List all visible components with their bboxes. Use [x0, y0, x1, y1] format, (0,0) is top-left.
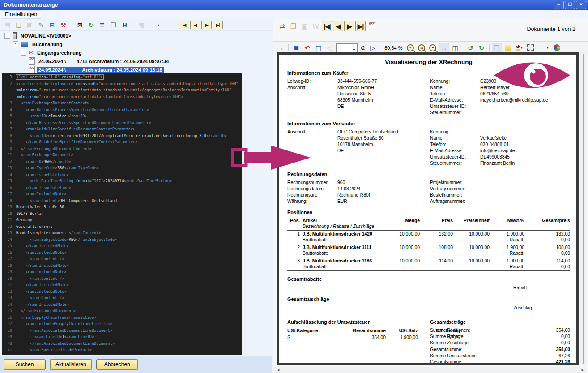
copy-pages-icon[interactable]: ❐ [288, 21, 298, 31]
total-row: Gesamtsumme:421,26 [430, 359, 570, 365]
field-row: Währung:EUR [287, 198, 430, 205]
position-price: 108,00 [422, 244, 453, 250]
spacer [287, 223, 300, 229]
save-pages-icon[interactable]: H [119, 20, 130, 30]
scroll-left-icon[interactable]: ◄ [277, 368, 280, 372]
tree-item-label: 24.05.2024 \ 4711 Archivdatum : 24.05.20… [37, 58, 170, 64]
code-line-text: <ram:IncludedNote> [16, 269, 242, 275]
field-row: Steuernummer:Finanzamt Berlin [430, 160, 570, 167]
tree-expander-icon[interactable]: - [13, 41, 18, 47]
maximize-button[interactable]: ❒ [565, 1, 575, 9]
zoom-out-icon-label: − [409, 46, 411, 49]
tree-item[interactable]: -NOVALINE <IV10001> [3, 31, 170, 40]
line-number: 19 [2, 204, 16, 210]
position-price: 132,00 [422, 231, 453, 237]
save-icon: ▣ [299, 21, 310, 31]
list-icon[interactable]: ≣ [97, 20, 107, 30]
image-icon: ▦ [136, 20, 146, 30]
search-button[interactable]: Suchen [4, 359, 45, 370]
scroll-right-icon[interactable]: ► [581, 368, 584, 372]
total-discount-label: Rabatt: [513, 284, 570, 292]
vat-cell: S [287, 334, 339, 341]
next-doc-icon[interactable]: ▶ [201, 21, 212, 29]
transfer-icon[interactable]: ⇄ [277, 21, 287, 31]
position-price-unit: 10.000,00 [456, 244, 490, 250]
field-row: Name:Herbert Mayer [430, 85, 570, 91]
code-line: 11 <rsm:ExchangedDocument> [2, 152, 242, 159]
first-doc-icon[interactable]: |◀ [322, 21, 332, 31]
delete-icon[interactable]: ⊠ [75, 20, 85, 30]
code-line: 22Geschäftsführer: [2, 223, 242, 230]
vat-heading: Aufschlüsselung der Umsatzsteuer [287, 319, 430, 325]
tree-expander-icon[interactable]: - [4, 33, 10, 39]
code-line: 41 <ram:SpecifiedTradeProduct> [2, 347, 242, 353]
tools-icon[interactable]: ⚒ [58, 20, 68, 30]
cancel-button[interactable]: Abbrechen [97, 359, 138, 370]
vertical-scrollbar[interactable] [580, 52, 586, 365]
position-total: 132,00 [527, 231, 570, 237]
zoom-100-icon-glass: 1:1 [418, 44, 425, 51]
line-number: 32 [2, 288, 16, 295]
tree-item[interactable]: DOC24.05.2024 \ 4711 Archivdatum : 24.05… [3, 57, 170, 65]
code-line-text: <udt:DateTimeString format="102">2024031… [16, 178, 242, 184]
total-row: Summe Rabatte:0,00 [430, 334, 570, 340]
line-number: 36 [2, 314, 16, 321]
code-line-text: 10178 Berlin [16, 210, 242, 217]
refresh-button[interactable]: Aktualisieren [50, 359, 92, 370]
last-doc-icon[interactable]: ▶| [355, 21, 366, 31]
table-rule [287, 244, 570, 244]
code-line-text: <rsm:ExchangedDocument> [16, 152, 242, 159]
total-label: Gesamtsumme: [430, 359, 463, 365]
mail-icon: ✉ [29, 50, 34, 56]
invoice-page: Visualisierung der XRechnung Information… [277, 52, 579, 365]
first-doc-icon[interactable]: |◀ [179, 21, 189, 29]
field-value: mayer.herbert@mikrochip.sap.de [480, 97, 548, 103]
vat-breakdown: Aufschlüsselung der Umsatzsteuer USt-Kat… [287, 314, 430, 365]
invoice-data-heading: Rechnungsdaten [287, 171, 570, 177]
tree-item[interactable]: -Buchhaltung [3, 40, 170, 48]
code-line-text: </ram:AssociatedDocumentLineDocument> [16, 340, 242, 347]
next-doc-icon[interactable]: ▶ [344, 21, 354, 31]
minimize-button[interactable]: ─ [554, 1, 564, 9]
doc-icon: DOC [29, 57, 35, 65]
edit-note-icon[interactable]: ✎ [36, 20, 46, 30]
code-line-text: <ram:Content>OEC Computers Deutschland [16, 197, 242, 204]
field-value: Verkaufsleiter [480, 135, 508, 141]
horizontal-scrollbar[interactable]: ◄ ► [275, 367, 586, 373]
close-button[interactable]: ✕ [576, 1, 586, 9]
prev-doc-icon[interactable]: ◀ [190, 21, 200, 29]
col-header: Gesamtpreis [527, 218, 570, 223]
last-doc-icon[interactable]: ▶| [213, 21, 223, 29]
palette-icon-glyph [554, 44, 560, 51]
position-rabatt-value: 0,00 [527, 250, 570, 256]
table-icon[interactable]: ⊞ [47, 20, 57, 30]
line-number: 21 [2, 217, 16, 223]
tree-item[interactable]: -✉Eingangsrechnung [3, 48, 170, 57]
title-bar[interactable]: Dokumentenanzeige ─❒✕ [0, 0, 588, 10]
code-line-text: </ram:IncludedNote> [16, 282, 242, 288]
total-surcharge-label: Zuschlag: [513, 304, 570, 312]
doc-view-icon[interactable]: DOC [366, 21, 377, 31]
copy-doc-icon[interactable]: ❐ [108, 20, 119, 30]
spacer [287, 250, 300, 256]
total-row: Summe Zuschläge:0,00 [430, 340, 570, 346]
refresh-icon[interactable]: ↻ [86, 20, 96, 30]
summary-section: Aufschlüsselung der Umsatzsteuer USt-Kat… [287, 314, 570, 365]
prev-doc-icon[interactable]: ◀ [333, 21, 343, 31]
total-value: 354,00 [556, 347, 571, 353]
line-number: 18 [2, 197, 16, 204]
history-icon[interactable]: ◔ [153, 20, 163, 30]
invoice-data-right: Projektnummer:Vertragsnummer:Bestellnumm… [430, 180, 570, 205]
total-value: 354,00 [556, 327, 571, 334]
page-number-input[interactable] [336, 43, 358, 52]
chevron-down-icon: ▾ [521, 46, 523, 50]
line-number: 6 [2, 120, 16, 126]
tree-expander-icon[interactable]: - [21, 50, 26, 56]
menu-einstellungen[interactable]: Einstellungen [1, 10, 41, 19]
xml-editor[interactable]: 1<?xml version="1.0" encoding="utf 8"?>2… [2, 73, 242, 355]
code-line-text: Handelsregisternummer: </ram:Content> [16, 230, 242, 236]
vat-col-header: Gesamtsumme [339, 327, 386, 334]
line-number: 9 [2, 139, 16, 146]
folder-edit-icon[interactable]: ❑ [13, 20, 24, 30]
code-line: 29 <ram:IncludedNote> [2, 269, 242, 275]
